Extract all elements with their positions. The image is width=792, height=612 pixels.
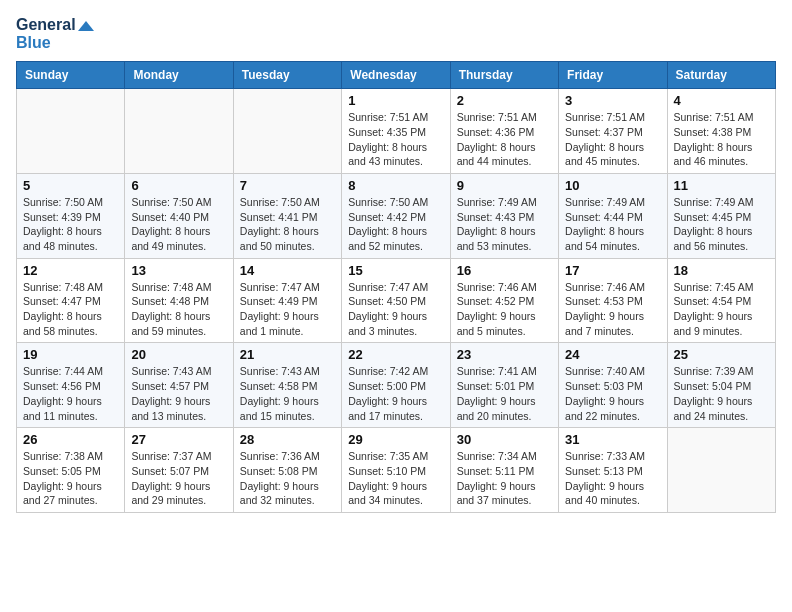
day-info: Sunrise: 7:41 AMSunset: 5:01 PMDaylight:…: [457, 364, 552, 423]
day-number: 25: [674, 347, 769, 362]
calendar-cell: 29Sunrise: 7:35 AMSunset: 5:10 PMDayligh…: [342, 428, 450, 513]
day-info: Sunrise: 7:50 AMSunset: 4:39 PMDaylight:…: [23, 195, 118, 254]
calendar-cell: 27Sunrise: 7:37 AMSunset: 5:07 PMDayligh…: [125, 428, 233, 513]
day-info: Sunrise: 7:51 AMSunset: 4:37 PMDaylight:…: [565, 110, 660, 169]
calendar-cell: 31Sunrise: 7:33 AMSunset: 5:13 PMDayligh…: [559, 428, 667, 513]
day-info: Sunrise: 7:33 AMSunset: 5:13 PMDaylight:…: [565, 449, 660, 508]
calendar-cell: 10Sunrise: 7:49 AMSunset: 4:44 PMDayligh…: [559, 173, 667, 258]
logo-svg: General Blue: [16, 16, 94, 51]
calendar-cell: 1Sunrise: 7:51 AMSunset: 4:35 PMDaylight…: [342, 89, 450, 174]
day-number: 27: [131, 432, 226, 447]
day-number: 2: [457, 93, 552, 108]
day-number: 4: [674, 93, 769, 108]
day-number: 18: [674, 263, 769, 278]
day-number: 20: [131, 347, 226, 362]
calendar-cell: 21Sunrise: 7:43 AMSunset: 4:58 PMDayligh…: [233, 343, 341, 428]
day-number: 13: [131, 263, 226, 278]
day-info: Sunrise: 7:44 AMSunset: 4:56 PMDaylight:…: [23, 364, 118, 423]
calendar-cell: 24Sunrise: 7:40 AMSunset: 5:03 PMDayligh…: [559, 343, 667, 428]
calendar-cell: 15Sunrise: 7:47 AMSunset: 4:50 PMDayligh…: [342, 258, 450, 343]
day-number: 12: [23, 263, 118, 278]
day-number: 29: [348, 432, 443, 447]
day-info: Sunrise: 7:37 AMSunset: 5:07 PMDaylight:…: [131, 449, 226, 508]
calendar-cell: 18Sunrise: 7:45 AMSunset: 4:54 PMDayligh…: [667, 258, 775, 343]
calendar-week-2: 5Sunrise: 7:50 AMSunset: 4:39 PMDaylight…: [17, 173, 776, 258]
calendar-cell: 4Sunrise: 7:51 AMSunset: 4:38 PMDaylight…: [667, 89, 775, 174]
day-number: 31: [565, 432, 660, 447]
calendar-cell: 19Sunrise: 7:44 AMSunset: 4:56 PMDayligh…: [17, 343, 125, 428]
calendar-cell: 16Sunrise: 7:46 AMSunset: 4:52 PMDayligh…: [450, 258, 558, 343]
weekday-header-sunday: Sunday: [17, 62, 125, 89]
day-info: Sunrise: 7:38 AMSunset: 5:05 PMDaylight:…: [23, 449, 118, 508]
day-number: 8: [348, 178, 443, 193]
weekday-header-monday: Monday: [125, 62, 233, 89]
day-number: 28: [240, 432, 335, 447]
calendar-cell: [17, 89, 125, 174]
day-number: 5: [23, 178, 118, 193]
calendar-cell: 3Sunrise: 7:51 AMSunset: 4:37 PMDaylight…: [559, 89, 667, 174]
day-number: 17: [565, 263, 660, 278]
calendar-cell: 7Sunrise: 7:50 AMSunset: 4:41 PMDaylight…: [233, 173, 341, 258]
calendar-cell: 28Sunrise: 7:36 AMSunset: 5:08 PMDayligh…: [233, 428, 341, 513]
day-info: Sunrise: 7:35 AMSunset: 5:10 PMDaylight:…: [348, 449, 443, 508]
day-info: Sunrise: 7:46 AMSunset: 4:53 PMDaylight:…: [565, 280, 660, 339]
calendar-cell: 23Sunrise: 7:41 AMSunset: 5:01 PMDayligh…: [450, 343, 558, 428]
day-number: 19: [23, 347, 118, 362]
day-info: Sunrise: 7:49 AMSunset: 4:45 PMDaylight:…: [674, 195, 769, 254]
calendar-cell: 8Sunrise: 7:50 AMSunset: 4:42 PMDaylight…: [342, 173, 450, 258]
day-number: 11: [674, 178, 769, 193]
day-number: 16: [457, 263, 552, 278]
day-number: 1: [348, 93, 443, 108]
calendar-cell: 14Sunrise: 7:47 AMSunset: 4:49 PMDayligh…: [233, 258, 341, 343]
day-info: Sunrise: 7:45 AMSunset: 4:54 PMDaylight:…: [674, 280, 769, 339]
day-number: 30: [457, 432, 552, 447]
weekday-header-saturday: Saturday: [667, 62, 775, 89]
weekday-header-wednesday: Wednesday: [342, 62, 450, 89]
calendar-cell: 30Sunrise: 7:34 AMSunset: 5:11 PMDayligh…: [450, 428, 558, 513]
day-number: 23: [457, 347, 552, 362]
day-info: Sunrise: 7:36 AMSunset: 5:08 PMDaylight:…: [240, 449, 335, 508]
day-number: 7: [240, 178, 335, 193]
calendar-week-4: 19Sunrise: 7:44 AMSunset: 4:56 PMDayligh…: [17, 343, 776, 428]
day-number: 21: [240, 347, 335, 362]
weekday-header-thursday: Thursday: [450, 62, 558, 89]
calendar-cell: 12Sunrise: 7:48 AMSunset: 4:47 PMDayligh…: [17, 258, 125, 343]
day-number: 6: [131, 178, 226, 193]
day-info: Sunrise: 7:51 AMSunset: 4:35 PMDaylight:…: [348, 110, 443, 169]
day-info: Sunrise: 7:48 AMSunset: 4:47 PMDaylight:…: [23, 280, 118, 339]
calendar-cell: 6Sunrise: 7:50 AMSunset: 4:40 PMDaylight…: [125, 173, 233, 258]
day-info: Sunrise: 7:51 AMSunset: 4:38 PMDaylight:…: [674, 110, 769, 169]
day-number: 14: [240, 263, 335, 278]
calendar-cell: 25Sunrise: 7:39 AMSunset: 5:04 PMDayligh…: [667, 343, 775, 428]
calendar-week-3: 12Sunrise: 7:48 AMSunset: 4:47 PMDayligh…: [17, 258, 776, 343]
day-info: Sunrise: 7:47 AMSunset: 4:50 PMDaylight:…: [348, 280, 443, 339]
day-info: Sunrise: 7:50 AMSunset: 4:40 PMDaylight:…: [131, 195, 226, 254]
weekday-header-tuesday: Tuesday: [233, 62, 341, 89]
calendar-cell: 2Sunrise: 7:51 AMSunset: 4:36 PMDaylight…: [450, 89, 558, 174]
page-header: General Blue: [16, 16, 776, 51]
day-info: Sunrise: 7:47 AMSunset: 4:49 PMDaylight:…: [240, 280, 335, 339]
calendar-cell: 11Sunrise: 7:49 AMSunset: 4:45 PMDayligh…: [667, 173, 775, 258]
weekday-header-friday: Friday: [559, 62, 667, 89]
day-info: Sunrise: 7:43 AMSunset: 4:58 PMDaylight:…: [240, 364, 335, 423]
calendar-cell: 17Sunrise: 7:46 AMSunset: 4:53 PMDayligh…: [559, 258, 667, 343]
calendar-cell: 13Sunrise: 7:48 AMSunset: 4:48 PMDayligh…: [125, 258, 233, 343]
weekday-header-row: SundayMondayTuesdayWednesdayThursdayFrid…: [17, 62, 776, 89]
day-number: 26: [23, 432, 118, 447]
day-number: 15: [348, 263, 443, 278]
calendar-cell: 9Sunrise: 7:49 AMSunset: 4:43 PMDaylight…: [450, 173, 558, 258]
calendar-cell: [233, 89, 341, 174]
day-number: 24: [565, 347, 660, 362]
day-info: Sunrise: 7:43 AMSunset: 4:57 PMDaylight:…: [131, 364, 226, 423]
day-info: Sunrise: 7:34 AMSunset: 5:11 PMDaylight:…: [457, 449, 552, 508]
calendar-table: SundayMondayTuesdayWednesdayThursdayFrid…: [16, 61, 776, 513]
day-info: Sunrise: 7:49 AMSunset: 4:44 PMDaylight:…: [565, 195, 660, 254]
calendar-cell: 22Sunrise: 7:42 AMSunset: 5:00 PMDayligh…: [342, 343, 450, 428]
calendar-cell: [125, 89, 233, 174]
day-info: Sunrise: 7:51 AMSunset: 4:36 PMDaylight:…: [457, 110, 552, 169]
day-info: Sunrise: 7:50 AMSunset: 4:42 PMDaylight:…: [348, 195, 443, 254]
day-info: Sunrise: 7:46 AMSunset: 4:52 PMDaylight:…: [457, 280, 552, 339]
day-number: 10: [565, 178, 660, 193]
day-info: Sunrise: 7:42 AMSunset: 5:00 PMDaylight:…: [348, 364, 443, 423]
calendar-week-1: 1Sunrise: 7:51 AMSunset: 4:35 PMDaylight…: [17, 89, 776, 174]
